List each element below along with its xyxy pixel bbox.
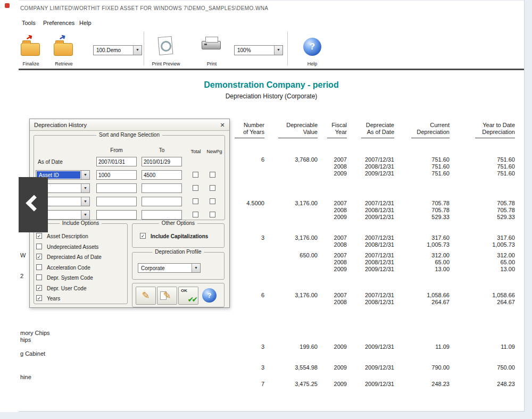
range-from-input[interactable] [96,157,137,166]
cell-current-depreciation: 790.00 [404,364,450,371]
range-to-input[interactable] [142,197,182,206]
edit-layout-button[interactable]: ✎ [157,287,177,305]
cell-current-depreciation: 751.60 [404,163,450,170]
range-to-input[interactable] [142,157,182,166]
cell-fiscal-year: 2008 [323,163,347,170]
option-checkbox[interactable] [36,274,42,280]
option-label: Undepreciated Assets [47,244,98,250]
dialog-buttons-group: ✎ ✎ OK ✔✔ ? [132,283,225,307]
sort-field-label: As of Date [38,159,63,165]
asset-description-fragment: W [20,252,26,258]
cell-fiscal-year: 2008 [323,299,347,305]
range-to-input[interactable] [142,183,182,193]
newpg-checkbox[interactable] [210,212,215,217]
cell-depreciate-as-of-date: 2009/12/31 [352,343,394,350]
cell-fiscal-year: 2007 [323,200,347,206]
cell-current-depreciation: 529.33 [404,214,450,220]
sort-row: ▼ [34,210,225,221]
depreciation-profile-select[interactable]: Corporate ▼ [138,263,201,273]
cell-fiscal-year: 2007 [323,252,347,258]
option-checkbox[interactable]: ✓ [140,233,146,239]
option-checkbox[interactable] [36,264,42,270]
cell-number-of-years: 3 [229,364,264,371]
cell-depreciate-as-of-date: 2009/12/31 [352,364,394,371]
cell-current-depreciation: 705.78 [404,200,450,206]
total-column-label: Total [187,149,204,154]
range-to-input[interactable] [142,210,182,220]
asset-description-fragment: g Cabinet [20,350,45,357]
groupbox-legend: Depreciation Profile [152,249,204,255]
dialog-title: Depreciation History [34,122,87,128]
option-checkbox[interactable]: ✓ [36,285,42,291]
cell-fiscal-year: 2009 [323,381,347,387]
cell-current-depreciation: 11.09 [404,343,450,350]
cell-year-to-date-depreciation: 751.60 [463,156,515,163]
cell-depreciate-as-of-date: 2007/12/31 [352,156,394,163]
asset-description-fragment: mory Chips [20,330,50,336]
cell-depreciable-value: 3,176.00 [266,200,318,206]
cell-depreciate-as-of-date: 2007/12/31 [352,234,394,241]
cell-depreciable-value: 3,176.00 [266,234,318,241]
option-checkbox[interactable]: ✓ [36,233,42,239]
report-line: mory Chips [19,330,524,337]
total-checkbox[interactable] [193,198,198,204]
chevron-down-icon[interactable]: ▼ [81,184,89,192]
option-checkbox[interactable] [36,244,42,249]
range-from-input[interactable] [96,183,137,193]
question-icon: ? [202,288,217,303]
cell-fiscal-year: 2009 [323,214,347,220]
asset-description-fragment: hine [20,374,31,380]
range-from-input[interactable] [96,197,137,206]
dialog-titlebar[interactable]: Depreciation History ✕ [30,119,229,131]
sort-row: ▼ [34,197,225,207]
cell-current-depreciation: 264.67 [404,299,450,305]
edit-button[interactable]: ✎ [136,287,156,305]
option-label: Depr. User Code [47,286,86,291]
cell-depreciate-as-of-date: 2009/12/31 [352,214,394,220]
ok-button[interactable]: OK ✔✔ [178,287,198,305]
sort-row: ▼ [34,183,225,194]
cell-number-of-years: 3 [229,343,264,350]
option-label: Asset Description [47,233,88,239]
range-from-input[interactable] [96,170,137,180]
asset-description-fragment: hips [20,337,31,343]
help-button[interactable]: ? [200,287,220,305]
profile-select-value: Corporate [139,264,191,272]
sort-row: As of Date [34,157,225,167]
depreciation-history-dialog: Depreciation History ✕ Sort and Range Se… [29,119,230,308]
cell-fiscal-year: 2009 [323,364,347,371]
cell-current-depreciation: 751.60 [404,170,450,177]
close-icon[interactable]: ✕ [218,121,227,129]
report-line: hips [19,337,524,343]
cell-year-to-date-depreciation: 312.00 [463,252,515,258]
total-checkbox[interactable] [193,212,198,217]
cell-fiscal-year: 2008 [323,207,347,213]
range-from-input[interactable] [96,210,137,220]
asset-description-fragment: 2 [20,273,23,279]
newpg-column-label: NewPg [204,149,225,154]
range-to-input[interactable] [142,170,182,180]
chevron-down-icon[interactable]: ▼ [192,264,200,272]
report-line: g Cabinet [19,350,524,357]
cell-fiscal-year: 2007 [323,234,347,241]
report-line: hine [19,374,524,381]
newpg-checkbox[interactable] [210,172,215,178]
previous-page-overlay-button[interactable] [19,177,48,232]
cell-depreciate-as-of-date: 2007/12/31 [352,252,394,258]
total-checkbox[interactable] [193,172,198,178]
chevron-down-icon[interactable]: ▼ [81,171,89,179]
total-checkbox[interactable] [193,185,198,191]
groupbox-legend: Include Options [60,220,102,226]
pencil-icon: ✎ [157,290,177,301]
newpg-checkbox[interactable] [210,185,215,191]
include-option-row: ✓Asset Description [34,232,127,242]
option-checkbox[interactable]: ✓ [36,254,42,259]
chevron-down-icon[interactable]: ▼ [81,197,89,206]
report-line: 73,475.2520092009/12/31248.23248.23 [19,381,524,388]
newpg-checkbox[interactable] [210,198,215,204]
cell-year-to-date-depreciation: 248.23 [463,381,515,387]
chevron-down-icon[interactable]: ▼ [81,211,89,219]
option-checkbox[interactable]: ✓ [36,295,42,301]
cell-depreciate-as-of-date: 2009/12/31 [352,381,394,387]
cell-depreciate-as-of-date: 2008/12/31 [352,163,394,170]
